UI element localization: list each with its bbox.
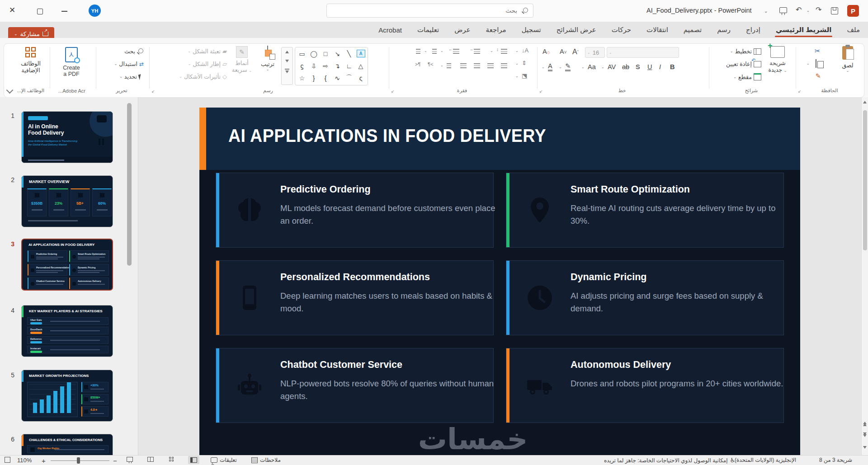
undo-dropdown-icon[interactable]: ⌄ (807, 9, 810, 13)
thumbnail-slide-2[interactable]: MARKET OVERVIEW $350B 23% 5B+ 60% (21, 175, 113, 227)
tab-home[interactable]: الشريط الرئيسي (775, 24, 833, 36)
convert-smartart-icon[interactable]: ⬔ (522, 72, 527, 79)
search-input[interactable] (489, 7, 518, 14)
thumbnail-slide-6[interactable]: CHALLENGES & ETHICAL CONSIDERATIONS Gig … (21, 434, 113, 455)
indent-more-icon[interactable] (474, 49, 480, 54)
search-box[interactable] (326, 4, 533, 18)
tab-acrobat[interactable]: Acrobat (377, 24, 403, 36)
tab-slideshow[interactable]: عرض الشرائح (556, 24, 597, 36)
cut-icon[interactable]: ✂ (815, 47, 821, 55)
text-direction-icon[interactable]: ↓A (522, 47, 528, 54)
italic-icon[interactable]: I (659, 63, 661, 70)
tab-review[interactable]: مراجعة (485, 24, 507, 36)
new-slide-button[interactable]: شريحة جديدة ⌄ (763, 46, 792, 73)
font-name-box[interactable]: ⌄ (607, 47, 679, 58)
present-from-beginning-icon[interactable] (779, 7, 787, 13)
accessibility-status[interactable]: ♿ إمكانية الوصول لذوي الاحتياجات الخاصة:… (604, 457, 735, 464)
thumbnail-slide-1[interactable]: AI in OnlineFood Delivery How Artificial… (21, 111, 113, 163)
slide-canvas[interactable]: AI APPLICATIONS IN FOOD DELIVERY Predict… (199, 108, 800, 455)
zoom-slider-thumb[interactable] (77, 457, 80, 464)
shape-down-arrow-icon[interactable]: ⇩ (308, 60, 320, 72)
thumbnail-slide-4[interactable]: KEY MARKET PLAYERS & AI STRATEGIES Uber … (21, 305, 113, 357)
scrollbar-thumb[interactable] (863, 110, 867, 250)
undo-icon[interactable]: ↶ (796, 6, 802, 14)
thumbnail-slide-5[interactable]: MARKET GROWTH PROJECTIONS +30% 850M+ (21, 370, 113, 422)
text-direction-dropdown-icon[interactable]: ⌄ (515, 49, 519, 53)
tab-design[interactable]: تصميم (683, 24, 703, 36)
gallery-more-icon[interactable] (285, 70, 289, 73)
previous-slide-button[interactable] (862, 422, 868, 426)
shape-oval-icon[interactable]: ◯ (308, 47, 320, 60)
columns-icon[interactable] (447, 63, 451, 68)
copy-icon[interactable] (816, 59, 816, 68)
grow-font-icon[interactable]: Aˆ (572, 48, 579, 56)
align-left-icon[interactable] (474, 63, 480, 68)
language-status[interactable]: الإنجليزية (الولايات المتحدة) (735, 457, 796, 463)
card-personalized-recommendations[interactable]: Personalized Recommendations Deep learni… (216, 260, 494, 335)
strikethrough-icon[interactable]: ab (622, 63, 629, 70)
tab-animations[interactable]: حركات (611, 24, 632, 36)
shape-elbow-arrow-icon[interactable]: ↴ (331, 60, 343, 72)
zoom-slider[interactable] (51, 457, 109, 464)
highlight-dropdown-icon[interactable]: ⌄ (559, 65, 562, 69)
addins-button[interactable]: الوظائف الإضافية (19, 47, 42, 74)
bullets-icon[interactable] (416, 49, 420, 54)
slide-sorter-view-button[interactable] (169, 457, 174, 462)
dialog-launcher-icon[interactable]: ↙ (151, 89, 155, 94)
arrange-button[interactable]: ترتيب ⌄ (256, 46, 279, 71)
card-dynamic-pricing[interactable]: Dynamic Pricing AI adjusts pricing and s… (506, 260, 784, 335)
line-spacing-dropdown-icon[interactable]: ⌄ (490, 49, 493, 53)
shape-curve-icon[interactable]: ∿ (331, 72, 343, 84)
change-case-icon[interactable]: Aa (588, 63, 596, 70)
shrink-font-icon[interactable]: A˅ (560, 48, 567, 55)
card-chatbot-customer-service[interactable]: Chatbot Customer Service NLP-powered bot… (216, 348, 494, 423)
scroll-up-icon[interactable] (863, 101, 867, 103)
slide-title[interactable]: AI APPLICATIONS IN FOOD DELIVERY (228, 126, 546, 146)
select-button[interactable]: تحديد⌄ (119, 73, 144, 80)
shape-line-icon[interactable]: ╲ (343, 47, 355, 60)
thumbnail-slide-3-selected[interactable]: AI APPLICATIONS IN FOOD DELIVERY Predict… (21, 239, 113, 291)
format-painter-icon[interactable]: ✎ (816, 72, 821, 80)
gallery-down-icon[interactable] (285, 60, 289, 62)
shape-brace-right-icon[interactable]: } (308, 72, 320, 84)
tab-file[interactable]: ملف (846, 24, 861, 36)
zoom-level[interactable]: 110% (17, 457, 32, 464)
section-button[interactable]: مقطع⌄ (733, 73, 761, 80)
chevron-down-icon[interactable]: ⌄ (764, 9, 768, 14)
shape-fill-button[interactable]: ▰تعبئة الشكل⌄ (174, 48, 227, 55)
quick-styles-button[interactable]: ✎ أنماط سريعة ⌄ (230, 46, 254, 73)
text-highlight-icon[interactable]: ✎ (565, 62, 571, 71)
dialog-launcher-icon[interactable]: ↙ (539, 89, 543, 94)
char-spacing-dropdown-icon[interactable]: ⌄ (601, 65, 604, 69)
paste-button[interactable]: لصق ⌄ (835, 46, 861, 73)
save-icon[interactable] (831, 7, 838, 14)
text-shadow-icon[interactable]: S (636, 63, 640, 70)
align-center-icon[interactable] (487, 63, 494, 68)
gallery-up-icon[interactable] (285, 51, 289, 53)
shape-freeform-icon[interactable]: ϛ (296, 60, 308, 72)
align-text-icon[interactable]: ⇕ (522, 60, 527, 66)
shapes-gallery-scroll[interactable] (281, 47, 293, 85)
zoom-in-button[interactable]: + (42, 457, 46, 465)
shape-textbox-icon[interactable]: A (355, 47, 367, 60)
create-pdf-button[interactable]: 人 Create a PDF (58, 47, 85, 77)
next-slide-button[interactable] (862, 432, 868, 437)
copy-dropdown-icon[interactable]: ⌄ (807, 61, 810, 66)
thumbnail-panel-scrollbar[interactable] (127, 103, 132, 266)
shape-effects-button[interactable]: ◇تأثيرات الأشكال⌄ (168, 73, 227, 80)
shape-arc-icon[interactable]: ⌒ (343, 72, 355, 84)
tab-view[interactable]: عرض (453, 24, 471, 36)
shape-brace-left-icon[interactable]: { (320, 72, 331, 84)
character-spacing-icon[interactable]: AV (608, 63, 616, 70)
indent-less-icon[interactable] (453, 49, 459, 54)
shape-right-arrow-icon[interactable]: ⇨ (320, 60, 331, 72)
shape-star-icon[interactable]: ☆ (296, 72, 308, 84)
shape-scribble-icon[interactable]: ς (355, 72, 367, 84)
notes-button[interactable]: ملاحظات (251, 457, 281, 463)
font-color-icon[interactable]: A (548, 62, 552, 71)
underline-icon[interactable]: U (647, 63, 652, 70)
shape-elbow-icon[interactable]: ∟ (343, 60, 355, 72)
card-predictive-ordering[interactable]: Predictive Ordering ML models forecast d… (216, 173, 494, 248)
replace-button[interactable]: ⇄ استبدال⌄ (114, 61, 144, 67)
font-size-box[interactable]: ⌄ (585, 47, 605, 58)
